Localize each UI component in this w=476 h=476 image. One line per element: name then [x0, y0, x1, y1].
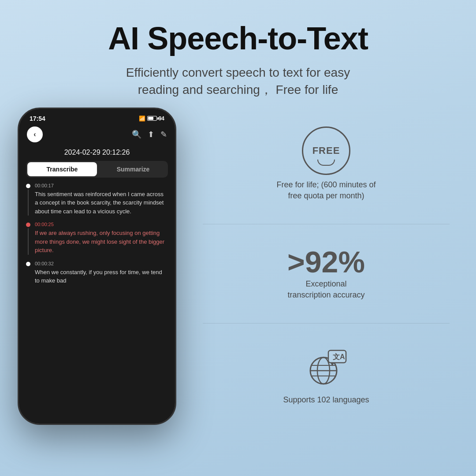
accuracy-number: >92% [287, 247, 365, 277]
feature-accuracy: >92% Exceptionaltranscription accuracy [203, 247, 450, 301]
dot-1 [26, 184, 30, 188]
feature-languages: 文A Supports 102 languages [203, 346, 450, 405]
globe-icon-wrapper: 文A [304, 346, 348, 390]
back-button[interactable]: ‹ [27, 126, 43, 142]
dot-line-3 [26, 261, 30, 285]
free-badge: FREE [302, 126, 350, 175]
phone-shell: 17:54 📶 94 ‹ 🔍 ⬆ ✎ [18, 108, 176, 425]
edit-icon[interactable]: ✎ [160, 130, 167, 139]
divider-1 [203, 224, 450, 224]
transcript-area: 00:00:17 This sentiment was reinforced w… [19, 183, 175, 424]
status-bar: 17:54 📶 94 [19, 109, 175, 125]
phone-screen: 17:54 📶 94 ‹ 🔍 ⬆ ✎ [19, 109, 175, 424]
tab-row: Transcribe Summarize [26, 161, 168, 178]
line-1 [28, 190, 29, 216]
phone-container: 17:54 📶 94 ‹ 🔍 ⬆ ✎ [18, 108, 176, 425]
transcript-text-1: 00:00:17 This sentiment was reinforced w… [35, 183, 168, 216]
ts-content-1: This sentiment was reinforced when I cam… [35, 190, 168, 216]
transcript-entry-3: 00:00:32 When we constantly, if you pres… [26, 261, 168, 285]
transcript-entry-1: 00:00:17 This sentiment was reinforced w… [26, 183, 168, 216]
main-title: AI Speech-to-Text [108, 21, 368, 56]
dot-3 [26, 262, 30, 266]
transcript-text-3: 00:00:32 When we constantly, if you pres… [35, 261, 168, 285]
battery-icon [147, 116, 157, 121]
svg-text:文A: 文A [333, 353, 345, 361]
status-time: 17:54 [30, 115, 45, 122]
feature-free: FREE Free for life; (600 minutes offree … [203, 126, 450, 201]
tab-summarize[interactable]: Summarize [98, 161, 168, 178]
ts-content-2: If we are always rushing, only focusing … [35, 229, 168, 255]
share-icon[interactable]: ⬆ [148, 130, 154, 139]
transcript-entry-2: 00:00:25 If we are always rushing, only … [26, 222, 168, 255]
accuracy-description: Exceptionaltranscription accuracy [287, 279, 364, 301]
subtitle: Efficiently convert speech to text for e… [108, 64, 368, 98]
ts-time-1: 00:00:17 [35, 183, 168, 188]
tab-transcribe[interactable]: Transcribe [27, 162, 97, 176]
dot-line-2 [26, 222, 30, 255]
globe-translate-icon: 文A [304, 346, 348, 390]
battery-level: 94 [159, 115, 164, 122]
search-icon[interactable]: 🔍 [132, 130, 141, 139]
nav-icons: 🔍 ⬆ ✎ [132, 130, 167, 139]
ts-time-2: 00:00:25 [35, 222, 168, 227]
transcript-text-2: 00:00:25 If we are always rushing, only … [35, 222, 168, 255]
dot-line-1 [26, 183, 30, 216]
ts-content-3: When we constantly, if you press for tim… [35, 268, 168, 285]
header-section: AI Speech-to-Text Efficiently convert sp… [108, 0, 368, 108]
nav-bar: ‹ 🔍 ⬆ ✎ [19, 125, 175, 146]
line-2 [28, 228, 29, 255]
recording-timestamp: 2024-02-29 20:12:26 [19, 146, 175, 161]
free-badge-text: FREE [312, 145, 340, 156]
free-smile-icon [317, 160, 335, 166]
divider-2 [203, 323, 450, 324]
ts-time-3: 00:00:32 [35, 261, 168, 266]
dot-2 [26, 223, 30, 227]
free-description: Free for life; (600 minutes offree quota… [276, 179, 376, 201]
features-panel: FREE Free for life; (600 minutes offree … [185, 108, 458, 425]
status-icons: 📶 94 [139, 115, 164, 122]
wifi-icon: 📶 [139, 115, 145, 122]
languages-description: Supports 102 languages [283, 394, 369, 405]
content-row: 17:54 📶 94 ‹ 🔍 ⬆ ✎ [0, 108, 476, 476]
